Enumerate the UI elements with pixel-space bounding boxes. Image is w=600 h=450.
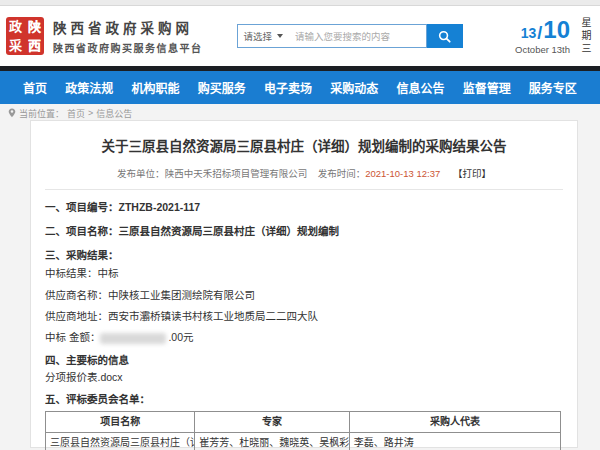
cell-experts: 崔芳芳、杜晓丽、魏晓英、吴枫彩、余杨文: [195, 432, 350, 450]
search-box: 请选择: [237, 24, 463, 48]
section-committee-list: 五、评标委员会名单：: [45, 393, 563, 405]
nav-item-purchase-services[interactable]: 购买服务: [198, 79, 246, 96]
bid-amount-line: 中标 金额：.00元: [45, 331, 563, 344]
logo-char: 陕: [25, 20, 44, 33]
nav-item-home[interactable]: 首页: [23, 79, 47, 96]
breadcrumb-separator: >: [88, 108, 93, 118]
col-header-purchaser-reps: 采购人代表: [349, 411, 560, 432]
bid-result-line: 中标结果：中标: [45, 267, 563, 279]
attachment-link[interactable]: 分项报价表.docx: [45, 371, 563, 383]
site-header: 政 陕 采 西 陕西省政府采购网 陕西省政府购买服务信息平台 请选择 13 /: [0, 6, 600, 66]
table-row: 三原县自然资源局三原县村庄（详细）规划编制 崔芳芳、杜晓丽、魏晓英、吴枫彩、余杨…: [46, 432, 561, 450]
committee-table: 项目名称 专家 采购人代表 三原县自然资源局三原县村庄（详细）规划编制 崔芳芳、…: [45, 411, 561, 450]
location-pin-icon: [8, 108, 16, 118]
date-block: 13 / 10 October 13th 星期三: [515, 17, 590, 56]
col-header-project-name: 项目名称: [46, 411, 195, 432]
section-project-number: 一、项目编号：ZTHZB-2021-117: [45, 201, 563, 213]
logo-char: 政: [6, 20, 25, 33]
publish-time-value: 2021-10-13 12:37: [365, 168, 440, 179]
section-project-name: 二、项目名称：三原县自然资源局三原县村庄（详细）规划编制: [45, 225, 563, 237]
redacted-amount: [100, 333, 166, 344]
breadcrumb-label: 当前位置：: [19, 107, 64, 120]
nav-item-procurement-news[interactable]: 采购动态: [330, 79, 378, 96]
search-icon: [438, 30, 451, 43]
nav-item-supervision[interactable]: 监督管理: [463, 79, 511, 96]
logo-char: 西: [25, 39, 44, 52]
announcement-card: 关于三原县自然资源局三原县村庄（详细）规划编制的采购结果公告 发布单位：陕西中天…: [30, 120, 578, 448]
table-header-row: 项目名称 专家 采购人代表: [46, 411, 561, 432]
date-day: 13: [521, 26, 537, 42]
breadcrumb-home-link[interactable]: 首页: [67, 107, 85, 120]
page-title: 关于三原县自然资源局三原县村庄（详细）规划编制的采购结果公告: [45, 135, 563, 155]
nav-item-announcements[interactable]: 信息公告: [396, 79, 444, 96]
logo-char: 采: [6, 39, 25, 52]
supplier-address-line: 供应商地址：西安市灞桥镇读书村核工业地质局二二四大队: [45, 310, 563, 322]
cell-purchaser-reps: 李磊、路井涛: [349, 432, 560, 450]
nav-item-service-zone[interactable]: 服务专区: [529, 79, 577, 96]
publisher-label: 发布单位：: [117, 168, 165, 179]
search-select-label: 请选择: [244, 29, 273, 43]
publish-info-line: 发布单位：陕西中天禾招标项目管理有限公司 发布时间：2021-10-13 12:…: [45, 166, 563, 180]
divider: [45, 189, 563, 190]
site-name: 陕西省政府采购网: [53, 17, 203, 37]
date-month: 10: [543, 18, 570, 42]
weekday-label: 星期三: [580, 17, 590, 56]
nav-item-e-marketplace[interactable]: 电子卖场: [264, 79, 312, 96]
main-nav: 首页 政策法规 机构职能 购买服务 电子卖场 采购动态 信息公告 监督管理 服务…: [0, 71, 600, 104]
col-header-experts: 专家: [195, 411, 350, 432]
date-numeric: 13 / 10: [515, 18, 570, 42]
site-titles: 陕西省政府采购网 陕西省政府购买服务信息平台: [53, 17, 203, 55]
publish-time-label: 发布时间：: [318, 168, 366, 179]
section-main-subject-info: 四、主要标的信息: [45, 354, 563, 366]
bid-amount-suffix: .00元: [168, 331, 193, 343]
cell-project-name: 三原县自然资源局三原县村庄（详细）规划编制: [46, 432, 195, 450]
site-logo: 政 陕 采 西: [6, 17, 44, 55]
print-button[interactable]: 【打印】: [453, 168, 491, 179]
search-frame: 请选择: [237, 24, 427, 48]
nav-item-functions[interactable]: 机构职能: [132, 79, 180, 96]
section-procurement-result: 三、采购结果：: [45, 249, 563, 261]
nav-item-policies[interactable]: 政策法规: [65, 79, 113, 96]
supplier-name-line: 供应商名称：中陕核工业集团测绘院有限公司: [45, 289, 563, 301]
search-button[interactable]: [427, 24, 463, 48]
breadcrumb-current-link[interactable]: 信息公告: [96, 107, 132, 120]
publisher-value: 陕西中天禾招标项目管理有限公司: [165, 168, 308, 179]
bid-amount-label: 中标 金额：: [45, 331, 100, 343]
date-slash: /: [537, 24, 542, 42]
announcement-content: 一、项目编号：ZTHZB-2021-117 二、项目名称：三原县自然资源局三原县…: [45, 201, 563, 450]
chevron-down-icon: [277, 34, 283, 38]
search-input[interactable]: [289, 31, 425, 42]
date-text: October 13th: [515, 44, 570, 55]
breadcrumb: 当前位置： 首页 > 信息公告: [0, 104, 600, 120]
search-category-select[interactable]: 请选择: [238, 29, 290, 43]
site-subtitle: 陕西省政府购买服务信息平台: [53, 40, 203, 55]
